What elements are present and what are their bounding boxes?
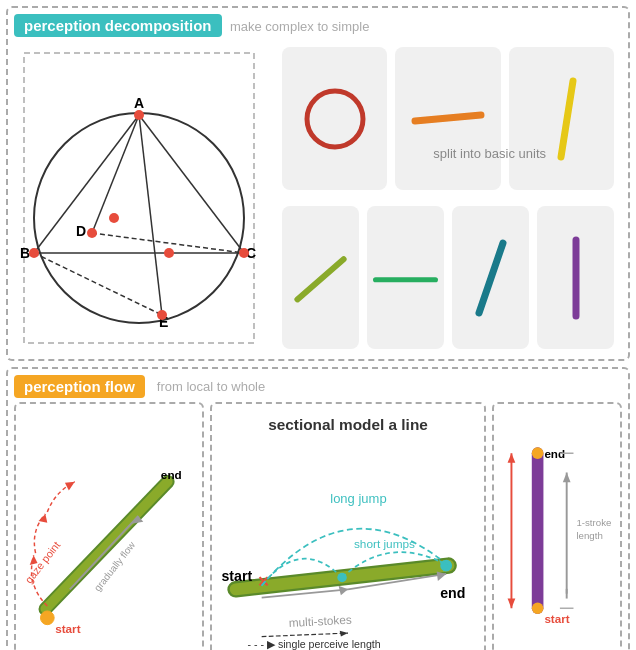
svg-text:end: end: [440, 585, 465, 601]
svg-line-2: [34, 115, 139, 253]
panel-middle-svg: sectional model a line start ✕ end: [212, 404, 484, 650]
bottom-section: perception flow from local to whole: [6, 367, 630, 650]
svg-text:- - - ▶  single perceive lengt: - - - ▶ single perceive length: [247, 638, 380, 650]
svg-text:B: B: [20, 245, 30, 261]
shape-cell-circle: [282, 47, 387, 190]
svg-marker-34: [65, 482, 75, 491]
bottom-panels: end start gaze point gradually flow sect…: [14, 402, 622, 650]
main-container: perception decomposition make complex to…: [0, 0, 636, 650]
panel-left: end start gaze point gradually flow: [14, 402, 204, 650]
svg-text:length: length: [576, 530, 602, 541]
svg-line-26: [479, 243, 503, 313]
svg-marker-57: [340, 631, 348, 637]
svg-text:gaze point: gaze point: [22, 539, 62, 585]
shape-cell-green-line: [367, 206, 444, 349]
svg-point-62: [532, 602, 544, 614]
svg-line-56: [262, 633, 348, 637]
svg-text:short jumps: short jumps: [354, 537, 415, 551]
svg-point-17: [87, 228, 97, 238]
svg-marker-33: [39, 514, 48, 523]
svg-line-29: [45, 482, 167, 609]
svg-marker-71: [508, 599, 516, 609]
svg-text:D: D: [76, 223, 86, 239]
svg-point-16: [239, 248, 249, 258]
svg-text:start: start: [544, 612, 569, 625]
svg-marker-70: [508, 453, 516, 463]
panel-right-svg: end start 1-stroke: [494, 404, 620, 650]
bottom-header: perception flow from local to whole: [14, 375, 622, 398]
svg-text:end: end: [161, 468, 182, 481]
panel-middle: sectional model a line start ✕ end: [210, 402, 486, 650]
svg-text:start: start: [221, 568, 252, 584]
svg-point-36: [40, 611, 54, 625]
top-section-label: perception decomposition: [14, 14, 222, 37]
svg-point-19: [164, 248, 174, 258]
svg-line-8: [34, 253, 162, 315]
svg-point-18: [157, 310, 167, 320]
shape-cell-purple-line: [537, 206, 614, 349]
shape-cell-teal-line: [452, 206, 529, 349]
svg-line-23: [561, 81, 573, 157]
shapes-row-1: [282, 47, 614, 190]
shape-cell-olive-line: [282, 206, 359, 349]
svg-text:✕: ✕: [257, 573, 270, 590]
svg-point-14: [134, 110, 144, 120]
svg-point-1: [34, 113, 244, 323]
svg-text:long jump: long jump: [330, 491, 386, 506]
top-subtitle: make complex to simple: [230, 19, 369, 34]
shapes-row-2: [282, 206, 614, 349]
bottom-section-label: perception flow: [14, 375, 145, 398]
bottom-subtitle: from local to whole: [157, 379, 265, 394]
shapes-area: split into basic units: [274, 43, 622, 353]
panel-left-svg: end start gaze point gradually flow: [16, 404, 202, 650]
top-section: perception decomposition make complex to…: [6, 6, 630, 361]
top-content: A B C D E: [14, 43, 622, 353]
geometry-area: A B C D E: [14, 43, 274, 353]
svg-text:start: start: [55, 622, 81, 635]
svg-point-21: [307, 91, 363, 147]
svg-marker-65: [563, 473, 571, 483]
svg-point-20: [109, 213, 119, 223]
shape-cell-yellow-line: [509, 47, 614, 190]
svg-point-48: [337, 573, 346, 582]
svg-text:sectional model a line: sectional model a line: [268, 416, 428, 433]
panel-right: end start 1-stroke: [492, 402, 622, 650]
svg-text:1-stroke: 1-stroke: [576, 517, 611, 528]
svg-line-3: [139, 115, 244, 253]
svg-text:A: A: [134, 95, 144, 111]
geometry-svg: A B C D E: [14, 43, 274, 353]
svg-point-15: [29, 248, 39, 258]
shape-cell-orange-line: [395, 47, 500, 190]
svg-marker-50: [339, 586, 348, 595]
svg-line-24: [297, 259, 343, 299]
svg-line-22: [415, 115, 481, 121]
split-label: split into basic units: [433, 146, 546, 161]
svg-line-5: [139, 115, 162, 315]
svg-text:multi-stokes: multi-stokes: [288, 613, 352, 630]
svg-point-60: [532, 447, 544, 459]
